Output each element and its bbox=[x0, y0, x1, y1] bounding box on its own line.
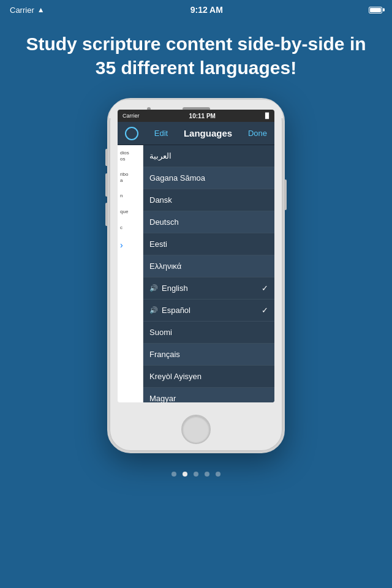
iphone-frame: Carrier 10:11 PM ▉ Edit Languages Done d… bbox=[107, 98, 285, 453]
globe-icon bbox=[125, 127, 138, 140]
phone-mockup: Carrier 10:11 PM ▉ Edit Languages Done d… bbox=[0, 98, 392, 453]
phone-battery: ▉ bbox=[265, 113, 270, 119]
phone-status-bar: Carrier 10:11 PM ▉ bbox=[118, 110, 274, 122]
list-item-english[interactable]: 🔊 English ✓ bbox=[143, 277, 274, 300]
language-name: Suomi bbox=[149, 328, 268, 337]
status-battery bbox=[369, 7, 382, 13]
audio-icon: 🔊 bbox=[149, 284, 158, 292]
battery-icon bbox=[369, 7, 382, 13]
checkmark-icon: ✓ bbox=[262, 306, 268, 315]
list-item[interactable]: Français bbox=[143, 344, 274, 366]
headline-text: Study scripture content side-by-side in … bbox=[24, 32, 368, 80]
list-item-espanol[interactable]: 🔊 Español ✓ bbox=[143, 300, 274, 322]
language-name: Gagana Sāmoa bbox=[149, 173, 268, 183]
dot-5[interactable] bbox=[216, 472, 221, 477]
language-name-english: English bbox=[162, 284, 262, 293]
phone-carrier: Carrier bbox=[123, 113, 140, 119]
carrier-label: Carrier bbox=[10, 6, 34, 15]
power-button bbox=[284, 179, 287, 210]
language-name: Kreyòl Ayisyen bbox=[149, 372, 268, 381]
list-item[interactable]: Suomi bbox=[143, 322, 274, 344]
left-text-5: c bbox=[120, 225, 140, 231]
language-name: Français bbox=[149, 350, 268, 359]
list-item[interactable]: Ελληνικά bbox=[143, 255, 274, 277]
list-item[interactable]: Deutsch bbox=[143, 211, 274, 233]
headline: Study scripture content side-by-side in … bbox=[0, 20, 392, 98]
status-bar: Carrier ▲ 9:12 AM bbox=[0, 0, 392, 20]
arrow-icon: › bbox=[120, 240, 140, 250]
checkmark-icon: ✓ bbox=[262, 284, 268, 293]
list-item[interactable]: Eesti bbox=[143, 233, 274, 255]
list-item[interactable]: Kreyòl Ayisyen bbox=[143, 366, 274, 388]
language-name: Ελληνικά bbox=[149, 262, 268, 271]
pagination-dots bbox=[0, 472, 392, 477]
list-item[interactable]: Magyar bbox=[143, 388, 274, 402]
screen-content: diosos riboa n que c › العربية Gagana Sā… bbox=[118, 145, 274, 402]
dot-4[interactable] bbox=[205, 472, 209, 477]
left-text-2: riboa bbox=[120, 172, 140, 183]
volume-up-button bbox=[105, 173, 108, 197]
audio-icon: 🔊 bbox=[149, 306, 158, 314]
language-name: Magyar bbox=[149, 394, 268, 402]
phone-navbar: Edit Languages Done bbox=[118, 122, 274, 145]
list-item[interactable]: العربية bbox=[143, 145, 274, 167]
language-name-espanol: Español bbox=[162, 306, 262, 315]
navbar-title: Languages bbox=[184, 128, 232, 138]
done-button[interactable]: Done bbox=[248, 129, 267, 138]
dot-3[interactable] bbox=[194, 472, 198, 477]
left-text-3: n bbox=[120, 193, 140, 199]
language-list[interactable]: العربية Gagana Sāmoa Dansk Deutsch Eesti bbox=[143, 145, 274, 402]
list-item[interactable]: Dansk bbox=[143, 189, 274, 211]
iphone-screen: Carrier 10:11 PM ▉ Edit Languages Done d… bbox=[118, 110, 274, 402]
status-carrier: Carrier ▲ bbox=[10, 6, 45, 15]
status-time: 9:12 AM bbox=[190, 5, 223, 15]
edit-button[interactable]: Edit bbox=[154, 129, 168, 138]
volume-down-button bbox=[105, 203, 108, 226]
phone-time: 10:11 PM bbox=[189, 113, 216, 119]
list-item[interactable]: Gagana Sāmoa bbox=[143, 167, 274, 189]
dot-1[interactable] bbox=[172, 472, 176, 477]
language-name: Deutsch bbox=[149, 217, 268, 227]
wifi-icon: ▲ bbox=[37, 6, 45, 14]
left-text-1: diosos bbox=[120, 150, 140, 162]
left-text-4: que bbox=[120, 209, 140, 215]
language-name: Dansk bbox=[149, 195, 268, 205]
language-name: العربية bbox=[149, 151, 268, 160]
left-panel: diosos riboa n que c › bbox=[118, 145, 143, 402]
language-name: Eesti bbox=[149, 239, 268, 249]
home-button[interactable] bbox=[181, 415, 211, 444]
dot-2[interactable] bbox=[183, 472, 187, 477]
